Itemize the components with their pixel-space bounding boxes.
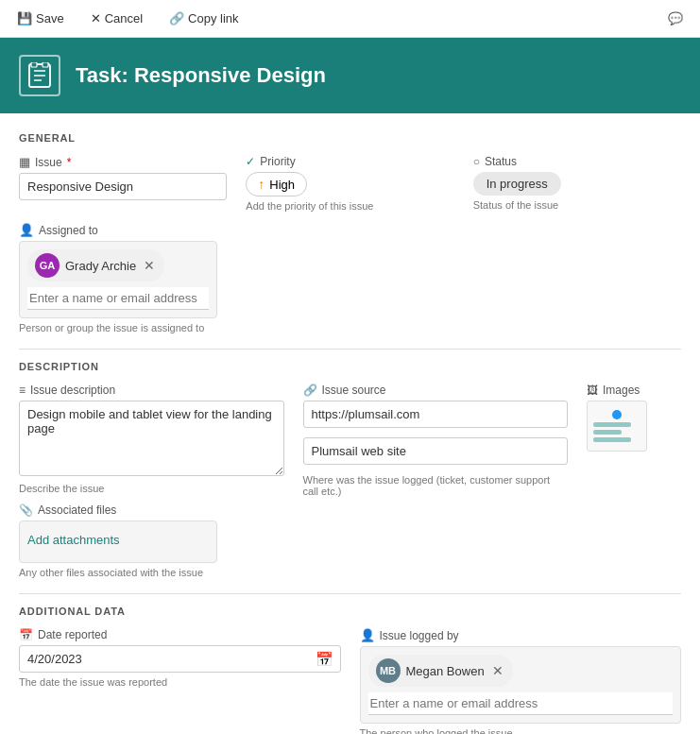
- description-row: ≡ Issue description Design mobile and ta…: [19, 384, 681, 578]
- priority-hint: Add the priority of this issue: [246, 200, 453, 212]
- cancel-button[interactable]: ✕ Cancel: [85, 8, 148, 29]
- priority-label: ✓ Priority: [246, 155, 453, 168]
- additional-data-row: 📅 Date reported 📅 The date the issue was…: [19, 628, 681, 734]
- person2-icon: 👤: [360, 628, 375, 642]
- assignee-hint: Person or group the issue is assigned to: [19, 322, 681, 333]
- status-badge: In progress: [473, 172, 561, 196]
- issue-row: ▦ Issue * ✓ Priority ↑ High Add the prio…: [19, 155, 681, 212]
- section-divider-additional: [19, 593, 681, 594]
- date-hint: The date the issue was reported: [19, 676, 341, 688]
- save-icon: 💾: [17, 11, 32, 26]
- link-icon: 🔗: [303, 384, 317, 397]
- assignee-input[interactable]: [27, 287, 209, 310]
- svg-rect-5: [43, 62, 48, 67]
- priority-field-col: ✓ Priority ↑ High Add the priority of th…: [246, 155, 453, 212]
- toolbar: 💾 Save ✕ Cancel 🔗 Copy link 💬: [0, 0, 700, 38]
- image-icon: 🖼: [587, 384, 598, 397]
- save-button[interactable]: 💾 Save: [11, 8, 70, 29]
- logger-input[interactable]: [368, 692, 674, 715]
- status-label: ○ Status: [473, 155, 681, 168]
- issue-input[interactable]: [19, 173, 227, 200]
- desc-hint: Describe the issue: [19, 483, 284, 494]
- copy-link-label: Copy link: [188, 11, 238, 26]
- cancel-icon: ✕: [91, 11, 101, 26]
- remove-assignee-button[interactable]: ✕: [142, 259, 157, 272]
- priority-badge[interactable]: ↑ High: [246, 172, 307, 196]
- source-name-input[interactable]: [303, 437, 569, 465]
- clip-icon: 📎: [19, 504, 33, 517]
- images-col: 🖼 Images: [587, 384, 681, 578]
- date-reported-label: 📅 Date reported: [19, 628, 341, 641]
- header-banner: Task: Responsive Design: [0, 38, 700, 113]
- issue-field-col: ▦ Issue *: [19, 155, 227, 212]
- issue-desc-textarea[interactable]: Design mobile and tablet view for the la…: [19, 401, 284, 476]
- feedback-icon: 💬: [668, 11, 683, 26]
- additional-section-label: ADDITIONAL DATA: [19, 606, 681, 617]
- date-input[interactable]: [19, 645, 341, 673]
- logger-name: Megan Bowen: [406, 664, 485, 678]
- assoc-files-hint: Any other files associated with the issu…: [19, 567, 284, 578]
- image-thumbnail[interactable]: [587, 401, 647, 452]
- avatar: GA: [35, 253, 60, 278]
- general-section-label: GENERAL: [19, 132, 681, 144]
- add-attachments-button[interactable]: Add attachments: [27, 529, 120, 551]
- task-icon: [19, 55, 60, 96]
- status-hint: Status of the issue: [473, 199, 681, 211]
- priority-value: High: [269, 178, 295, 192]
- copy-link-button[interactable]: 🔗 Copy link: [163, 8, 244, 29]
- remove-logger-button[interactable]: ✕: [490, 664, 505, 677]
- desc-icon: ≡: [19, 384, 26, 397]
- feedback-button[interactable]: 💬: [662, 8, 689, 29]
- section-divider-desc: [19, 349, 681, 350]
- date-reported-col: 📅 Date reported 📅 The date the issue was…: [19, 628, 341, 734]
- status-value: In progress: [487, 177, 548, 191]
- svg-rect-4: [31, 62, 37, 67]
- assigned-to-label: 👤 Assigned to: [19, 223, 681, 237]
- assignee-name: Grady Archie: [65, 259, 136, 273]
- description-section-label: DESCRIPTION: [19, 361, 681, 372]
- status-field-col: ○ Status In progress Status of the issue: [473, 155, 681, 212]
- assoc-files-section: 📎 Associated files Add attachments Any o…: [19, 504, 284, 578]
- issue-desc-col: ≡ Issue description Design mobile and ta…: [19, 384, 284, 578]
- source-url-input[interactable]: [303, 401, 569, 428]
- required-marker: *: [67, 156, 72, 169]
- page-title: Task: Responsive Design: [76, 63, 326, 88]
- copy-link-icon: 🔗: [169, 11, 184, 26]
- logger-avatar: MB: [376, 658, 401, 683]
- source-hint: Where was the issue logged (ticket, cust…: [303, 474, 569, 497]
- date-input-wrap: 📅: [19, 645, 341, 673]
- assigned-to-section: 👤 Assigned to GA Grady Archie ✕ Person o…: [19, 223, 681, 333]
- cancel-label: Cancel: [105, 11, 143, 26]
- issue-logged-by-col: 👤 Issue logged by MB Megan Bowen ✕ The p…: [360, 628, 682, 734]
- assoc-files-label: 📎 Associated files: [19, 504, 284, 517]
- save-label: Save: [36, 11, 64, 26]
- person-icon: 👤: [19, 223, 34, 237]
- issue-logged-by-label: 👤 Issue logged by: [360, 628, 682, 642]
- issue-source-label: 🔗 Issue source: [303, 384, 569, 397]
- logger-hint: The person who logged the issue: [360, 727, 682, 734]
- calendar-icon: 📅: [19, 628, 33, 641]
- issue-source-col: 🔗 Issue source Where was the issue logge…: [303, 384, 569, 578]
- logger-chip: MB Megan Bowen ✕: [368, 655, 513, 687]
- issue-desc-label: ≡ Issue description: [19, 384, 284, 397]
- assignee-chip: GA Grady Archie ✕: [27, 249, 164, 282]
- main-content: GENERAL ▦ Issue * ✓ Priority ↑ High Add …: [0, 113, 700, 734]
- images-label: 🖼 Images: [587, 384, 681, 397]
- priority-up-icon: ↑: [258, 177, 265, 192]
- issue-label: ▦ Issue *: [19, 155, 227, 169]
